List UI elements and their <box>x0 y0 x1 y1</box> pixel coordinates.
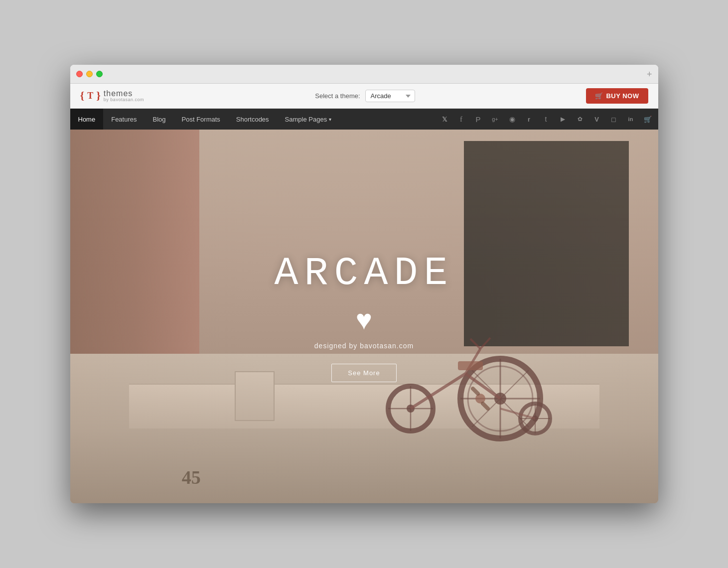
instagram-icon[interactable]: ◻ <box>605 109 622 130</box>
cart-icon: 🛒 <box>595 92 603 100</box>
logo-text: themes by bavotasan.com <box>104 89 144 103</box>
toolbar-center: Select a theme: Arcade Default Modern <box>315 90 415 102</box>
browser-window: + { T } themes by bavotasan.com Select a… <box>70 65 658 503</box>
nav-item-post-formats[interactable]: Post Formats <box>174 109 228 130</box>
svg-line-15 <box>470 339 480 349</box>
svg-line-24 <box>483 404 488 409</box>
minimize-button[interactable] <box>86 71 93 77</box>
nav-item-sample-pages[interactable]: Sample Pages ▾ <box>277 109 340 130</box>
nav-links: Home Features Blog Post Formats Shortcod… <box>70 109 340 130</box>
nav-item-blog[interactable]: Blog <box>145 109 174 130</box>
svg-line-23 <box>473 389 478 394</box>
svg-rect-14 <box>458 361 483 370</box>
maximize-button[interactable] <box>96 71 103 77</box>
nav-item-features[interactable]: Features <box>103 109 145 130</box>
select-theme-label: Select a theme: <box>315 92 360 100</box>
logo: { T } themes by bavotasan.com <box>80 89 144 103</box>
nav-social: 𝕏 f P g+ ◉ r t ▶ ✿ V ◻ in 🛒 <box>436 109 658 130</box>
dropdown-arrow-icon: ▾ <box>329 117 331 122</box>
nav-item-home[interactable]: Home <box>70 109 104 130</box>
theme-select[interactable]: Arcade Default Modern <box>365 90 415 102</box>
logo-themes-label: themes <box>104 89 144 98</box>
hero-subtitle: designed by bavotasan.com <box>274 342 453 350</box>
buy-now-button[interactable]: 🛒 BUY NOW <box>586 88 648 104</box>
chain-box <box>235 371 275 421</box>
address-number: 45 <box>182 466 201 488</box>
twitter-icon[interactable]: 𝕏 <box>436 109 453 130</box>
hero-content: ARCADE ♥ designed by bavotasan.com See M… <box>274 251 453 382</box>
logo-by-label: by bavotasan.com <box>104 98 144 103</box>
flickr-icon[interactable]: ✿ <box>572 109 588 130</box>
close-button[interactable] <box>76 71 83 77</box>
googleplus-icon[interactable]: g+ <box>487 109 504 130</box>
see-more-button[interactable]: See More <box>331 364 396 382</box>
toolbar: { T } themes by bavotasan.com Select a t… <box>70 84 658 109</box>
buy-label: BUY NOW <box>606 92 639 100</box>
nav-item-shortcodes[interactable]: Shortcodes <box>228 109 277 130</box>
pinterest-icon[interactable]: P <box>470 109 487 130</box>
linkedin-icon[interactable]: in <box>622 109 639 130</box>
logo-bracket-open: { <box>80 89 85 102</box>
expand-icon: + <box>647 70 652 79</box>
traffic-lights <box>76 71 103 77</box>
logo-bracket-close: } <box>96 89 101 102</box>
logo-T: T <box>87 91 93 101</box>
navigation: Home Features Blog Post Formats Shortcod… <box>70 109 658 130</box>
shopping-cart-icon[interactable]: 🛒 <box>639 109 656 130</box>
svg-line-16 <box>480 338 490 349</box>
reddit-icon[interactable]: r <box>521 109 538 130</box>
vimeo-icon[interactable]: V <box>588 109 605 130</box>
hero-section: 45 ARCADE ♥ designed by bavotasan.com Se… <box>70 130 658 503</box>
hero-title: ARCADE <box>274 251 453 296</box>
title-bar: + <box>70 65 658 84</box>
tumblr-icon[interactable]: t <box>538 109 555 130</box>
hero-heart-icon: ♥ <box>274 306 453 334</box>
dribbble-icon[interactable]: ◉ <box>504 109 521 130</box>
youtube-icon[interactable]: ▶ <box>555 109 572 130</box>
facebook-icon[interactable]: f <box>453 109 470 130</box>
